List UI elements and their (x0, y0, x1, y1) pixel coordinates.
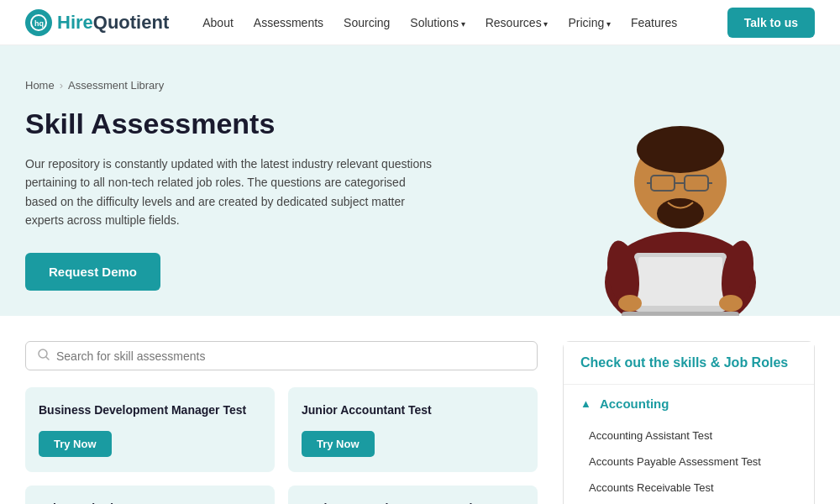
navbar: hq HireQuotient About Assessments Sourci… (0, 0, 840, 45)
logo-text-quotient: Quotient (93, 12, 169, 34)
sidebar-item-1[interactable]: Accounting Assistant Test (580, 423, 797, 449)
card-title-2: Junior Accountant Test (302, 402, 524, 419)
card-business-dev-associate: Business Development Associate Test (288, 486, 538, 504)
card-title-3: Sales Aptitude Test (39, 501, 261, 504)
breadcrumb-separator: › (60, 79, 63, 92)
request-demo-button[interactable]: Request Demo (25, 253, 160, 291)
svg-line-19 (46, 357, 49, 360)
card-sales-aptitude: Sales Aptitude Test (25, 486, 275, 504)
search-input[interactable] (56, 349, 525, 363)
accordion-items-list: Accounting Assistant Test Accounts Payab… (564, 423, 814, 504)
svg-point-4 (637, 126, 724, 173)
nav-about[interactable]: About (202, 16, 234, 29)
nav-pricing[interactable]: Pricing (568, 16, 611, 29)
hero-title: Skill Assessments (25, 107, 470, 141)
try-now-button-1[interactable]: Try Now (39, 431, 112, 457)
nav-links: About Assessments Sourcing Solutions Res… (202, 16, 727, 29)
breadcrumb-current: Assessment Library (68, 79, 164, 92)
svg-text:hq: hq (34, 19, 44, 28)
card-title-4: Business Development Associate Test (302, 501, 524, 504)
svg-point-16 (618, 295, 642, 312)
nav-features[interactable]: Features (631, 16, 677, 29)
main-content: Business Development Manager Test Try No… (0, 316, 840, 504)
card-junior-accountant: Junior Accountant Test Try Now (288, 387, 538, 472)
card-business-dev-manager: Business Development Manager Test Try No… (25, 387, 275, 472)
breadcrumb-home[interactable]: Home (25, 79, 55, 92)
svg-rect-13 (622, 312, 739, 316)
hero-section: Home › Assessment Library Skill Assessme… (0, 45, 840, 316)
hero-content: Skill Assessments Our repository is cons… (25, 107, 470, 316)
logo[interactable]: hq HireQuotient (25, 9, 169, 36)
sidebar-item-2[interactable]: Accounts Payable Assessment Test (580, 449, 797, 475)
left-column: Business Development Manager Test Try No… (25, 341, 538, 504)
talk-to-us-button[interactable]: Talk to us (727, 8, 815, 38)
accordion-accounting: ▲ Accounting Accounting Assistant Test A… (564, 385, 814, 504)
sidebar-header: Check out the skills & Job Roles (564, 342, 814, 385)
cards-grid: Business Development Manager Test Try No… (25, 387, 538, 504)
hero-illustration (571, 89, 790, 316)
try-now-button-2[interactable]: Try Now (302, 431, 375, 457)
sidebar-title: Check out the skills & Job Roles (580, 355, 797, 370)
sidebar-item-4[interactable]: Wealth Management Test (580, 501, 797, 504)
logo-icon: hq (25, 9, 52, 36)
search-bar (25, 341, 538, 370)
search-icon (38, 349, 50, 363)
sidebar-item-3[interactable]: Accounts Receivable Test (580, 475, 797, 501)
card-title-1: Business Development Manager Test (39, 402, 261, 419)
nav-resources[interactable]: Resources (486, 16, 549, 29)
accordion-arrow-icon: ▲ (580, 397, 591, 410)
right-sidebar: Check out the skills & Job Roles ▲ Accou… (563, 341, 815, 504)
nav-assessments[interactable]: Assessments (254, 16, 323, 29)
svg-point-17 (719, 295, 743, 312)
nav-solutions[interactable]: Solutions (410, 16, 465, 29)
accordion-category-label: Accounting (600, 396, 669, 411)
hero-description: Our repository is constantly updated wit… (25, 155, 437, 230)
logo-text-hire: Hire (57, 12, 93, 34)
nav-sourcing[interactable]: Sourcing (344, 16, 390, 29)
svg-point-10 (657, 198, 704, 228)
svg-rect-12 (638, 257, 722, 306)
accordion-header-accounting[interactable]: ▲ Accounting (564, 385, 814, 423)
